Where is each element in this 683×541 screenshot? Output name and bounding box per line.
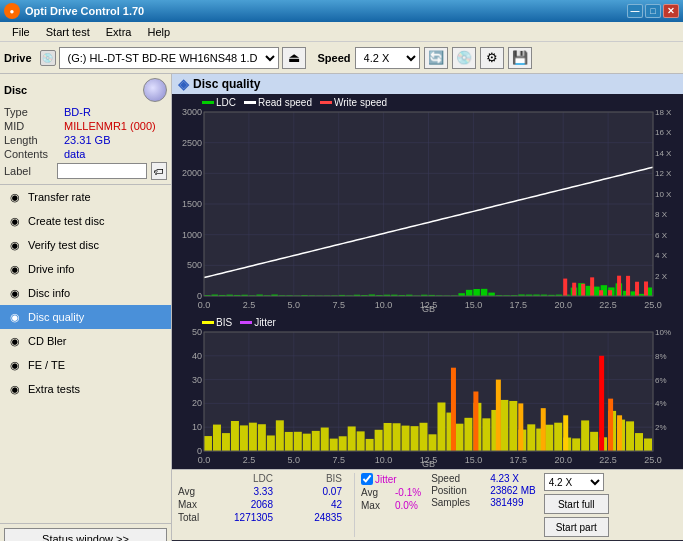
- disc-contents-label: Contents: [4, 148, 64, 160]
- chart-title-icon: ◈: [178, 76, 189, 92]
- nav-item-disc-info[interactable]: ◉ Disc info: [0, 281, 171, 305]
- max-ldc: 2068: [214, 499, 279, 510]
- total-ldc: 1271305: [214, 512, 279, 523]
- chart-title: Disc quality: [193, 77, 260, 91]
- nav-item-disc-quality[interactable]: ◉ Disc quality: [0, 305, 171, 329]
- right-panel: ◈ Disc quality LDC Read speed Write spee…: [172, 74, 683, 541]
- eject-button[interactable]: ⏏: [282, 47, 306, 69]
- nav-item-fe-te[interactable]: ◉ FE / TE: [0, 353, 171, 377]
- bis-label: BIS: [216, 317, 232, 328]
- write-speed-label: Write speed: [334, 97, 387, 108]
- app-icon: ●: [4, 3, 20, 19]
- menu-help[interactable]: Help: [139, 24, 178, 40]
- ldc-col-header: LDC: [214, 473, 279, 484]
- disc-info-icon: ◉: [8, 286, 22, 300]
- disc-button[interactable]: 💿: [452, 47, 476, 69]
- menu-extra[interactable]: Extra: [98, 24, 140, 40]
- legend-write-speed: Write speed: [320, 97, 387, 108]
- transfer-rate-icon: ◉: [8, 190, 22, 204]
- speed-info-label: Speed: [431, 473, 486, 484]
- toolbar: Drive 💿 (G:) HL-DT-ST BD-RE WH16NS48 1.D…: [0, 42, 683, 74]
- extra-tests-icon: ◉: [8, 382, 22, 396]
- start-part-button[interactable]: Start part: [544, 517, 609, 537]
- legend-bis: BIS: [202, 317, 232, 328]
- status-btn-area: Status window >>: [0, 523, 171, 541]
- jitter-label: Jitter: [375, 474, 397, 485]
- bottom-chart-canvas: [172, 314, 683, 469]
- legend-read-speed: Read speed: [244, 97, 312, 108]
- read-speed-color: [244, 101, 256, 104]
- stats-area: LDC BIS Avg 3.33 0.07 Max 2068 42 Total …: [172, 469, 683, 540]
- menu-start-test[interactable]: Start test: [38, 24, 98, 40]
- avg-bis: 0.07: [283, 486, 348, 497]
- settings-button[interactable]: ⚙: [480, 47, 504, 69]
- nav-label-extra-tests: Extra tests: [28, 383, 80, 395]
- disc-label-row: Label 🏷: [4, 162, 167, 180]
- nav-label-create-test-disc: Create test disc: [28, 215, 104, 227]
- jitter-max-label: Max: [361, 500, 391, 511]
- samples-label: Samples: [431, 497, 486, 508]
- nav-label-transfer-rate: Transfer rate: [28, 191, 91, 203]
- drive-icon: 💿: [40, 50, 56, 66]
- speed-dropdown[interactable]: 4.2 X: [544, 473, 604, 491]
- disc-icon: [143, 78, 167, 102]
- bis-col-header: BIS: [283, 473, 348, 484]
- maximize-button[interactable]: □: [645, 4, 661, 18]
- close-button[interactable]: ✕: [663, 4, 679, 18]
- speed-label: Speed: [318, 52, 351, 64]
- top-chart-canvas: [172, 94, 683, 314]
- read-speed-label: Read speed: [258, 97, 312, 108]
- drive-select[interactable]: (G:) HL-DT-ST BD-RE WH16NS48 1.D3: [59, 47, 279, 69]
- jitter-chart-label: Jitter: [254, 317, 276, 328]
- disc-mid-value: MILLENMR1 (000): [64, 120, 156, 132]
- label-icon-button[interactable]: 🏷: [151, 162, 167, 180]
- max-label: Max: [178, 499, 210, 510]
- legend-jitter: Jitter: [240, 317, 276, 328]
- disc-length-label: Length: [4, 134, 64, 146]
- write-speed-color: [320, 101, 332, 104]
- samples-val: 381499: [490, 497, 523, 508]
- position-val: 23862 MB: [490, 485, 536, 496]
- disc-type-label: Type: [4, 106, 64, 118]
- legend-ldc: LDC: [202, 97, 236, 108]
- chart-title-bar: ◈ Disc quality: [172, 74, 683, 94]
- jitter-checkbox[interactable]: [361, 473, 373, 485]
- total-label: Total: [178, 512, 210, 523]
- avg-label: Avg: [178, 486, 210, 497]
- app-title: Opti Drive Control 1.70: [25, 5, 627, 17]
- speed-info-val: 4.23 X: [490, 473, 519, 484]
- main-layout: Disc Type BD-R MID MILLENMR1 (000) Lengt…: [0, 74, 683, 541]
- drive-label: Drive: [4, 52, 32, 64]
- nav-label-disc-info: Disc info: [28, 287, 70, 299]
- drive-info-icon: ◉: [8, 262, 22, 276]
- nav-menu: ◉ Transfer rate ◉ Create test disc ◉ Ver…: [0, 185, 171, 523]
- left-panel: Disc Type BD-R MID MILLENMR1 (000) Lengt…: [0, 74, 172, 541]
- speed-select[interactable]: 4.2 X: [355, 47, 420, 69]
- minimize-button[interactable]: —: [627, 4, 643, 18]
- label-input[interactable]: [57, 163, 147, 179]
- total-bis: 24835: [283, 512, 348, 523]
- jitter-max-val: 0.0%: [395, 500, 418, 511]
- status-window-button[interactable]: Status window >>: [4, 528, 167, 541]
- nav-item-extra-tests[interactable]: ◉ Extra tests: [0, 377, 171, 401]
- disc-section: Disc Type BD-R MID MILLENMR1 (000) Lengt…: [0, 74, 171, 185]
- nav-item-drive-info[interactable]: ◉ Drive info: [0, 257, 171, 281]
- nav-item-transfer-rate[interactable]: ◉ Transfer rate: [0, 185, 171, 209]
- nav-label-fe-te: FE / TE: [28, 359, 65, 371]
- menu-bar: File Start test Extra Help: [0, 22, 683, 42]
- nav-item-verify-test-disc[interactable]: ◉ Verify test disc: [0, 233, 171, 257]
- save-button[interactable]: 💾: [508, 47, 532, 69]
- bottom-chart: BIS Jitter: [172, 314, 683, 469]
- top-chart: LDC Read speed Write speed: [172, 94, 683, 314]
- disc-length-value: 23.31 GB: [64, 134, 110, 146]
- nav-label-verify-test-disc: Verify test disc: [28, 239, 99, 251]
- start-full-button[interactable]: Start full: [544, 494, 609, 514]
- menu-file[interactable]: File: [4, 24, 38, 40]
- nav-item-create-test-disc[interactable]: ◉ Create test disc: [0, 209, 171, 233]
- nav-item-cd-bler[interactable]: ◉ CD Bler: [0, 329, 171, 353]
- create-test-disc-icon: ◉: [8, 214, 22, 228]
- refresh-button[interactable]: 🔄: [424, 47, 448, 69]
- disc-contents-row: Contents data: [4, 148, 167, 160]
- jitter-avg-label: Avg: [361, 487, 391, 498]
- fe-te-icon: ◉: [8, 358, 22, 372]
